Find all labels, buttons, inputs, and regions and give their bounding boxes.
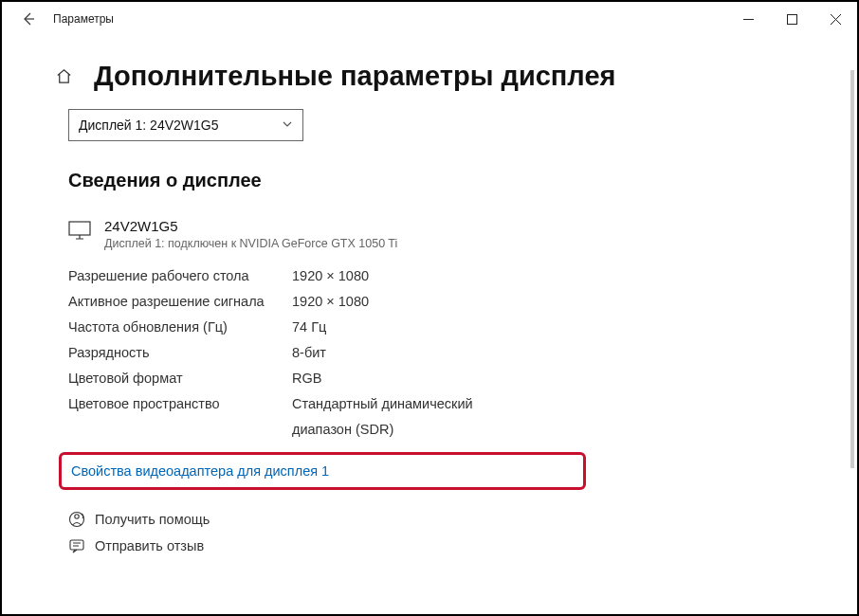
info-label: Активное разрешение сигнала — [68, 289, 292, 315]
svg-rect-0 — [787, 14, 796, 24]
section-title: Сведения о дисплее — [68, 170, 829, 191]
feedback-label: Отправить отзыв — [95, 538, 204, 553]
info-value: 1920 × 1080 — [292, 263, 369, 289]
svg-point-3 — [75, 515, 79, 518]
info-row-colorfmt: Цветовой формат RGB — [68, 366, 829, 391]
help-icon — [68, 511, 85, 528]
header-row: Дополнительные параметры дисплея — [55, 61, 829, 92]
back-button[interactable] — [9, 2, 47, 36]
info-row-colorspace: Цветовое пространство Стандартный динами… — [68, 391, 829, 443]
titlebar: Параметры — [2, 2, 857, 36]
close-button[interactable] — [813, 2, 857, 36]
info-label: Разрешение рабочего стола — [68, 263, 292, 289]
info-row-bitdepth: Разрядность 8-бит — [68, 340, 829, 366]
info-label: Разрядность — [68, 340, 292, 366]
window-title: Параметры — [47, 12, 114, 26]
page-title: Дополнительные параметры дисплея — [94, 61, 615, 92]
minimize-button[interactable] — [726, 2, 770, 36]
feedback-icon — [68, 537, 85, 554]
info-value: 8-бит — [292, 340, 326, 366]
info-row-active: Активное разрешение сигнала 1920 × 1080 — [68, 289, 829, 315]
info-label: Частота обновления (Гц) — [68, 315, 292, 340]
info-value: Стандартный динамический диапазон (SDR) — [292, 391, 520, 443]
display-select-label: Дисплей 1: 24V2W1G5 — [79, 118, 219, 133]
chevron-down-icon — [282, 118, 293, 133]
monitor-name: 24V2W1G5 — [104, 218, 397, 234]
maximize-button[interactable] — [770, 2, 813, 36]
info-label: Цветовое пространство — [68, 391, 292, 443]
content: Дополнительные параметры дисплея Дисплей… — [2, 36, 857, 554]
footer-links: Получить помощь Отправить отзыв — [68, 511, 829, 554]
info-value: 1920 × 1080 — [292, 289, 369, 315]
info-row-refresh: Частота обновления (Гц) 74 Гц — [68, 315, 829, 340]
monitor-sub: Дисплей 1: подключен к NVIDIA GeForce GT… — [104, 237, 397, 250]
get-help-label: Получить помощь — [95, 512, 210, 527]
info-table: Разрешение рабочего стола 1920 × 1080 Ак… — [68, 263, 829, 443]
get-help-link[interactable]: Получить помощь — [68, 511, 829, 528]
monitor-icon — [68, 221, 91, 244]
highlight-box: Свойства видеоадаптера для дисплея 1 — [59, 452, 586, 490]
info-row-resolution: Разрешение рабочего стола 1920 × 1080 — [68, 263, 829, 289]
info-label: Цветовой формат — [68, 366, 292, 391]
display-select[interactable]: Дисплей 1: 24V2W1G5 — [68, 109, 303, 141]
window-controls — [726, 2, 857, 36]
back-icon — [21, 11, 36, 27]
monitor-row: 24V2W1G5 Дисплей 1: подключен к NVIDIA G… — [68, 218, 829, 250]
info-value: 74 Гц — [292, 315, 326, 340]
scrollbar[interactable] — [850, 70, 854, 468]
adapter-properties-link[interactable]: Свойства видеоадаптера для дисплея 1 — [71, 463, 329, 479]
home-icon[interactable] — [55, 67, 73, 85]
feedback-link[interactable]: Отправить отзыв — [68, 537, 829, 554]
svg-rect-4 — [70, 540, 83, 550]
svg-rect-1 — [69, 222, 90, 235]
info-value: RGB — [292, 366, 321, 391]
